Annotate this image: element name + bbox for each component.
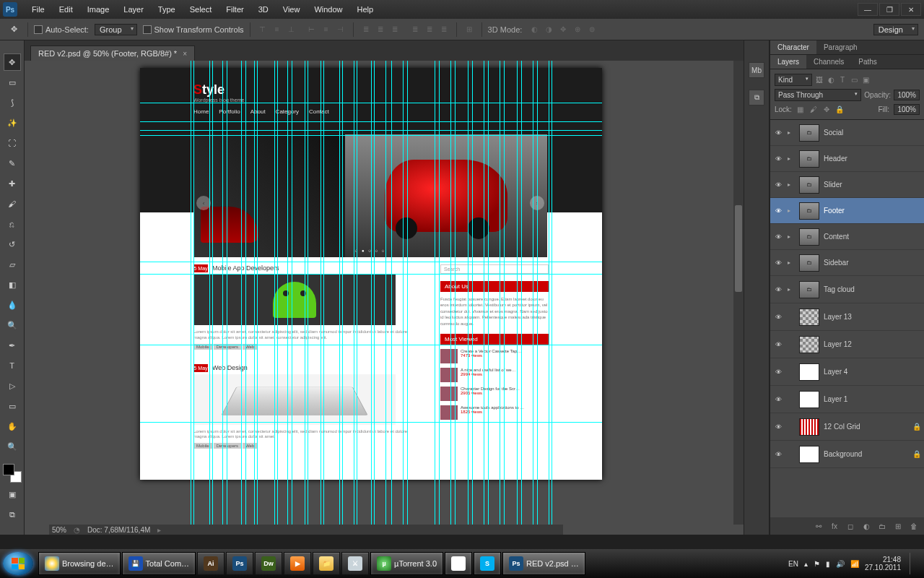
zoom-field[interactable]: 50% bbox=[52, 526, 66, 534]
visibility-toggle[interactable] bbox=[773, 394, 783, 405]
align-bottom-icon[interactable]: ⊥ bbox=[285, 23, 298, 36]
document-tab[interactable]: RED v2.psd @ 50% (Footer, RGB/8#) * × bbox=[30, 46, 195, 61]
stamp-tool[interactable]: ⎌ bbox=[4, 215, 21, 233]
shape-tool[interactable]: ▭ bbox=[4, 397, 21, 415]
disclose-icon[interactable]: ▸ bbox=[788, 129, 795, 136]
panel-tab[interactable]: Character bbox=[770, 40, 816, 54]
taskbar-item-photoshop-task[interactable]: PsRED v2.psd … bbox=[502, 552, 585, 575]
taskbar-item-dreamweaver[interactable]: Dw bbox=[255, 552, 282, 575]
align-right-icon[interactable]: ⊣ bbox=[334, 23, 347, 36]
taskbar-item-illustrator[interactable]: Ai bbox=[197, 552, 225, 575]
layer-style-icon[interactable]: fx bbox=[829, 520, 840, 532]
heal-tool[interactable]: ✚ bbox=[4, 175, 21, 192]
eraser-tool[interactable]: ▱ bbox=[4, 256, 21, 273]
screen-mode[interactable]: ⧉ bbox=[4, 506, 21, 523]
layer-row[interactable]: Layer 13 bbox=[770, 303, 924, 331]
3d-tool-3[interactable]: ✥ bbox=[557, 23, 570, 36]
link-layers-icon[interactable]: ⚯ bbox=[813, 520, 824, 532]
lock-trans-icon[interactable]: ▦ bbox=[796, 105, 805, 114]
lasso-tool[interactable]: ⟆ bbox=[4, 94, 21, 111]
dodge-tool[interactable]: 🔍 bbox=[4, 316, 21, 334]
hand-tool[interactable]: ✋ bbox=[4, 418, 21, 435]
maximize-button[interactable]: ❐ bbox=[879, 3, 899, 16]
lang-indicator[interactable]: EN bbox=[788, 560, 798, 568]
fill-field[interactable]: 100% bbox=[894, 104, 920, 115]
lock-pos-icon[interactable]: ✥ bbox=[822, 105, 831, 114]
clock[interactable]: 21:4827.10.2011 bbox=[865, 556, 901, 571]
disclose-icon[interactable]: ▸ bbox=[788, 259, 795, 266]
auto-select-dropdown[interactable]: Group bbox=[95, 24, 137, 35]
move-tool[interactable]: ✥ bbox=[4, 53, 21, 71]
action-center-icon[interactable]: ⚑ bbox=[814, 560, 820, 568]
panel-tab[interactable]: Paragraph bbox=[816, 40, 865, 54]
filter-pixel-icon[interactable]: 🖼 bbox=[815, 76, 824, 85]
menu-item[interactable]: Window bbox=[308, 4, 348, 15]
taskbar-item-totalcmd[interactable]: 💾Total Com… bbox=[122, 552, 196, 575]
layer-row[interactable]: Layer 1 bbox=[770, 386, 924, 413]
align-top-icon[interactable]: ⊤ bbox=[256, 23, 269, 36]
eyedropper-tool[interactable]: ✎ bbox=[4, 155, 21, 172]
disclose-icon[interactable]: ▸ bbox=[788, 155, 795, 162]
visibility-toggle[interactable] bbox=[773, 422, 783, 432]
layer-row[interactable]: ▸ 🗀 Tag cloud bbox=[770, 276, 924, 303]
visibility-toggle[interactable] bbox=[773, 258, 783, 268]
3d-tool-4[interactable]: ⊕ bbox=[571, 23, 584, 36]
3d-tool-5[interactable]: ⊚ bbox=[585, 23, 598, 36]
menu-item[interactable]: Layer bbox=[118, 4, 149, 15]
visibility-toggle[interactable] bbox=[773, 232, 783, 242]
disclose-icon[interactable]: ▸ bbox=[788, 207, 795, 214]
tray-arrow-icon[interactable]: ▴ bbox=[804, 560, 808, 568]
layer-row[interactable]: ▸ 🗀 Header bbox=[770, 146, 924, 172]
visibility-toggle[interactable] bbox=[773, 180, 783, 190]
filter-type-icon[interactable]: T bbox=[838, 76, 847, 85]
filter-smart-icon[interactable]: ▣ bbox=[861, 76, 870, 85]
gradient-tool[interactable]: ◧ bbox=[4, 276, 21, 293]
menu-item[interactable]: Image bbox=[82, 4, 116, 15]
blend-mode[interactable]: Pass Through bbox=[775, 89, 861, 101]
taskbar-item-skype[interactable]: S bbox=[474, 552, 501, 575]
history-brush-tool[interactable]: ↺ bbox=[4, 236, 21, 253]
visibility-toggle[interactable] bbox=[773, 285, 783, 295]
visibility-toggle[interactable] bbox=[773, 340, 783, 350]
layer-mask-icon[interactable]: ◻ bbox=[845, 520, 856, 532]
taskbar-item-utorrent[interactable]: µµTorrent 3.0 bbox=[370, 552, 443, 575]
brush-tool[interactable]: 🖌 bbox=[4, 195, 21, 212]
layer-row[interactable]: 12 Col Grid 🔒 bbox=[770, 413, 924, 441]
new-group-icon[interactable]: 🗀 bbox=[876, 520, 888, 532]
mini-panel-1[interactable]: Mb bbox=[749, 62, 764, 78]
battery-icon[interactable]: ▮ bbox=[826, 560, 830, 568]
align-hmid-icon[interactable]: ≡ bbox=[320, 23, 333, 36]
disclose-icon[interactable]: ▸ bbox=[788, 181, 795, 188]
3d-tool-1[interactable]: ◐ bbox=[528, 23, 541, 36]
menu-item[interactable]: Help bbox=[352, 4, 380, 15]
layer-row[interactable]: ▸ 🗀 Sidebar bbox=[770, 250, 924, 276]
filter-kind[interactable]: Kind bbox=[775, 74, 812, 86]
network-icon[interactable]: 📶 bbox=[850, 560, 859, 568]
layer-row[interactable]: Background 🔒 bbox=[770, 441, 924, 468]
visibility-toggle[interactable] bbox=[773, 154, 783, 164]
new-layer-icon[interactable]: ⊞ bbox=[892, 520, 904, 532]
auto-align-icon[interactable]: ⊞ bbox=[463, 23, 476, 36]
workspace-selector[interactable]: Design bbox=[873, 24, 918, 35]
color-swatches[interactable] bbox=[3, 464, 22, 483]
close-tab-icon[interactable]: × bbox=[183, 50, 187, 58]
close-button[interactable]: ✕ bbox=[901, 3, 921, 16]
menu-item[interactable]: View bbox=[277, 4, 306, 15]
adjustment-layer-icon[interactable]: ◐ bbox=[860, 520, 872, 532]
canvas-area[interactable]: SStyletyle Wordpress blog theme HomePort… bbox=[25, 61, 744, 535]
mini-panel-2[interactable]: ⧉ bbox=[749, 90, 764, 105]
taskbar-item-cs[interactable]: ⚔ bbox=[341, 552, 369, 575]
menu-item[interactable]: 3D bbox=[253, 4, 274, 15]
3d-tool-2[interactable]: ◑ bbox=[542, 23, 555, 36]
filter-shape-icon[interactable]: ▭ bbox=[850, 76, 858, 85]
minimize-button[interactable]: — bbox=[858, 3, 878, 16]
taskbar-item-media[interactable]: ▶ bbox=[284, 552, 311, 575]
menu-item[interactable]: Select bbox=[184, 4, 218, 15]
crop-tool[interactable]: ⛶ bbox=[4, 134, 21, 152]
taskbar-item-explorer[interactable]: 📁 bbox=[313, 552, 340, 575]
visibility-toggle[interactable] bbox=[773, 449, 783, 460]
lock-pixel-icon[interactable]: 🖌 bbox=[809, 105, 818, 114]
layer-row[interactable]: Layer 12 bbox=[770, 331, 924, 358]
filter-adjust-icon[interactable]: ◐ bbox=[827, 76, 835, 85]
type-tool[interactable]: T bbox=[4, 357, 21, 374]
